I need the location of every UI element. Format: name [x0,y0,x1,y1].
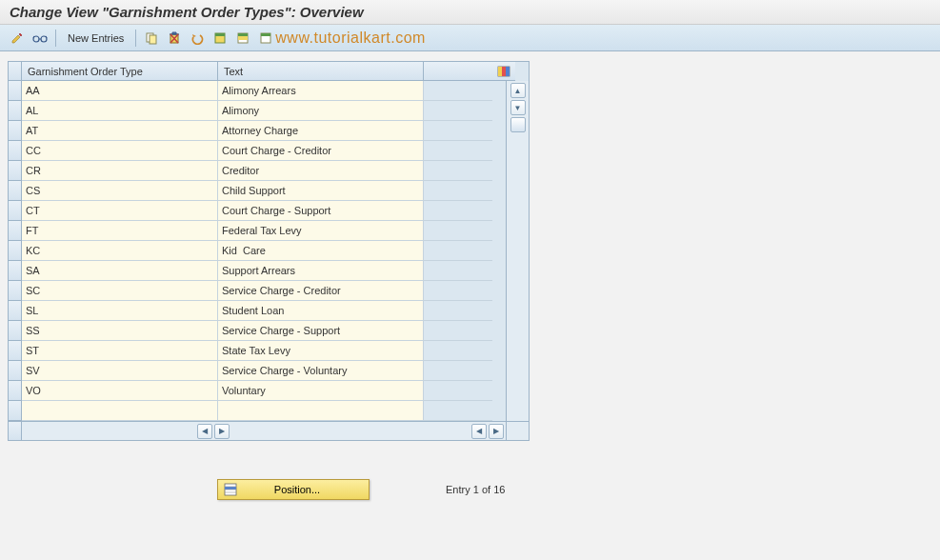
scroll-left-button[interactable]: ◀ [197,424,212,439]
order-type-code-input[interactable] [22,321,218,341]
order-type-code-input[interactable] [22,341,218,361]
order-type-code-input[interactable] [22,101,218,121]
order-type-text-input[interactable] [218,401,424,421]
row-selector[interactable] [9,361,22,381]
svg-rect-6 [215,33,225,36]
table-row [9,181,506,201]
row-selector[interactable] [9,81,22,101]
row-spacer [424,361,492,381]
order-type-code-input[interactable] [22,301,218,321]
order-type-text-input[interactable] [218,161,424,181]
table-header: Garnishment Order Type Text [9,62,529,81]
order-type-text-input[interactable] [218,81,424,101]
row-selector[interactable] [9,321,22,341]
column-header-text[interactable]: Text [218,62,424,81]
column-header-code[interactable]: Garnishment Order Type [22,62,218,81]
watermark-text: www.tutorialkart.com [275,30,426,47]
order-type-code-input[interactable] [22,361,218,381]
delete-button[interactable] [165,29,184,48]
toolbar-separator [55,30,56,47]
position-button[interactable]: Position... [217,479,370,500]
row-spacer [424,201,492,221]
new-entries-button[interactable]: New Entries [62,29,130,48]
row-spacer [424,101,492,121]
order-type-text-input[interactable] [218,281,424,301]
row-selector[interactable] [9,121,22,141]
order-type-text-input[interactable] [218,101,424,121]
table-row [9,241,506,261]
position-button-label: Position... [243,484,369,495]
select-all-column[interactable] [9,62,22,81]
order-type-text-input[interactable] [218,201,424,221]
select-all-button[interactable] [210,29,230,48]
order-type-code-input[interactable] [22,161,218,181]
row-spacer [424,321,492,341]
copy-icon [145,31,158,45]
new-entries-label: New Entries [68,32,124,44]
scroll-down-button[interactable]: ▼ [510,100,526,115]
row-selector[interactable] [9,101,22,121]
table-row [9,321,506,341]
change-button[interactable] [30,29,50,48]
row-spacer [424,341,492,361]
table-row [9,381,506,401]
row-selector[interactable] [9,141,22,161]
row-selector[interactable] [9,401,22,421]
order-type-code-input[interactable] [22,261,218,281]
order-type-text-input[interactable] [218,241,424,261]
table-row [9,261,506,281]
row-selector[interactable] [9,301,22,321]
row-spacer [424,81,492,101]
table-config-button[interactable] [492,62,515,81]
svg-rect-13 [498,67,502,76]
scroll-thumb[interactable] [510,117,526,132]
scroll-right-button[interactable]: ▶ [214,424,230,439]
order-type-code-input[interactable] [22,221,218,241]
order-type-code-input[interactable] [22,241,218,261]
undo-button[interactable] [188,29,207,48]
entry-status: Entry 1 of 16 [446,484,505,495]
table-row [9,161,506,181]
order-type-text-input[interactable] [218,121,424,141]
order-type-text-input[interactable] [218,381,424,401]
row-selector[interactable] [9,381,22,401]
order-type-text-input[interactable] [218,301,424,321]
order-type-text-input[interactable] [218,261,424,281]
row-selector[interactable] [9,221,22,241]
row-selector[interactable] [9,341,22,361]
order-type-code-input[interactable] [22,141,218,161]
position-icon [222,481,239,498]
header-spacer [424,62,492,81]
display-change-icon [10,31,24,45]
order-type-text-input[interactable] [218,141,424,161]
scroll-left-end-button[interactable]: ◀ [471,424,487,439]
row-selector[interactable] [9,241,22,261]
order-type-code-input[interactable] [22,401,218,421]
row-selector[interactable] [9,181,22,201]
order-type-code-input[interactable] [22,181,218,201]
row-selector[interactable] [9,261,22,281]
scroll-up-button[interactable]: ▲ [510,83,526,98]
order-type-text-input[interactable] [218,181,424,201]
row-spacer [424,401,492,421]
other-view-button[interactable] [8,29,27,48]
order-type-text-input[interactable] [218,221,424,241]
order-type-code-input[interactable] [22,281,218,301]
order-type-code-input[interactable] [22,121,218,141]
row-spacer [424,221,492,241]
delete-icon [168,31,181,45]
order-type-text-input[interactable] [218,341,424,361]
row-selector[interactable] [9,201,22,221]
order-type-text-input[interactable] [218,361,424,381]
copy-as-button[interactable] [142,29,161,48]
row-spacer [424,241,492,261]
deselect-all-button[interactable] [256,29,275,48]
order-type-code-input[interactable] [22,201,218,221]
row-selector[interactable] [9,281,22,301]
scroll-right-end-button[interactable]: ▶ [489,424,504,439]
order-type-code-input[interactable] [22,381,218,401]
select-block-button[interactable] [233,29,252,48]
order-type-text-input[interactable] [218,321,424,341]
row-selector[interactable] [9,161,22,181]
order-type-code-input[interactable] [22,81,218,101]
